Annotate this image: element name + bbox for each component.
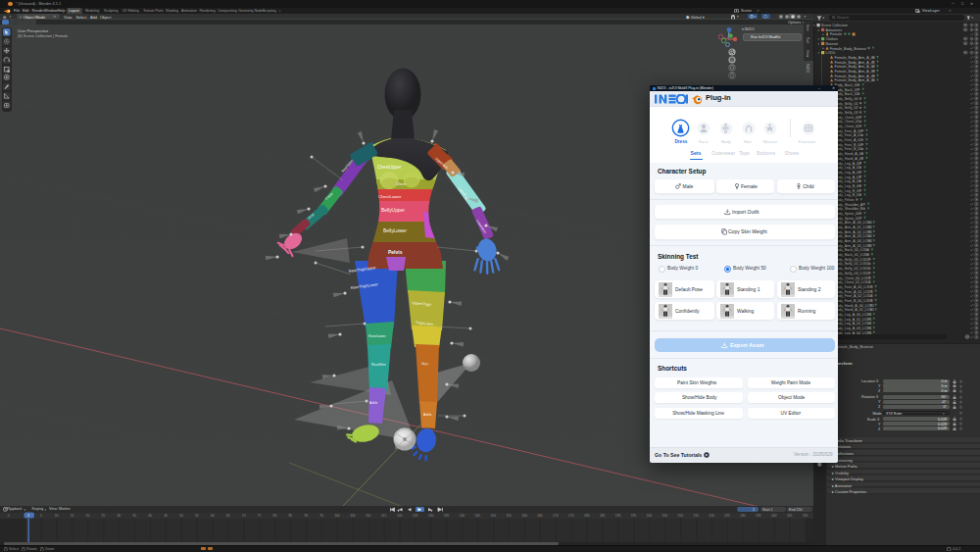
svg-text:65: 65 <box>226 514 230 518</box>
svg-text:Body_Arm_A_05_LOD1: Body_Arm_A_05_LOD1 <box>835 244 873 248</box>
svg-text:Body_Arm_A_04_LOD1: Body_Arm_A_04_LOD1 <box>835 239 873 243</box>
svg-text:Body_Arm_A_01_LOD1: Body_Arm_A_01_LOD1 <box>835 226 873 229</box>
svg-text:Body_Spine_00: Body_Spine_00 <box>835 212 859 216</box>
svg-text:Body_Arm_A_02_LOD1: Body_Arm_A_02_LOD1 <box>835 229 873 233</box>
svg-text:Female_Body_Arm_A_04: Female_Body_Arm_A_04 <box>835 74 875 77</box>
svg-text:Body_Feet_A_01_LOD1: Body_Feet_A_01_LOD1 <box>835 289 873 293</box>
svg-text:Body_Feet_B_01: Body_Feet_B_01 <box>835 147 862 151</box>
svg-text:Body_Back_02: Body_Back_02 <box>835 92 858 96</box>
svg-text:Body_Shoulder_B: Body_Shoulder_B <box>835 207 864 211</box>
svg-text:Body_Leg_A_00_LOD1: Body_Leg_A_00_LOD1 <box>835 313 872 317</box>
svg-text:55: 55 <box>195 514 199 518</box>
svg-text:105: 105 <box>350 514 356 518</box>
svg-text:▾: ▾ <box>813 24 815 27</box>
svg-text:▾: ▾ <box>818 42 820 46</box>
svg-text:Ankle: Ankle <box>423 413 431 417</box>
svg-text:155: 155 <box>506 514 512 518</box>
svg-text:45: 45 <box>164 514 168 518</box>
svg-text:Body_Belly_03: Body_Belly_03 <box>835 111 858 115</box>
svg-text:ChestUpper: ChestUpper <box>377 165 402 170</box>
svg-text:125: 125 <box>413 514 418 518</box>
svg-text:40: 40 <box>148 514 152 518</box>
svg-text:Female_Body_Arm_A_01: Female_Body_Arm_A_01 <box>835 60 875 64</box>
svg-text:120: 120 <box>397 514 403 518</box>
svg-text:230: 230 <box>740 514 746 518</box>
svg-text:180: 180 <box>584 514 590 518</box>
svg-text:Body_Belly_00_LOD1: Body_Belly_00_LOD1 <box>835 258 869 262</box>
svg-text:50: 50 <box>179 514 183 518</box>
svg-text:Body_Feet_B_00: Body_Feet_B_00 <box>835 143 862 147</box>
svg-text:Body_Hand_A_00: Body_Hand_A_00 <box>835 152 863 156</box>
svg-text:Body_Leg_A_00: Body_Leg_A_00 <box>835 161 861 165</box>
svg-text:Body_Belly_00: Body_Belly_00 <box>835 97 858 101</box>
svg-text:115: 115 <box>381 514 386 518</box>
svg-text:85: 85 <box>289 514 293 518</box>
svg-text:Body_Leg_B_02: Body_Leg_B_02 <box>835 193 861 197</box>
svg-text:130: 130 <box>428 514 434 518</box>
svg-text:90: 90 <box>305 514 309 518</box>
svg-text:Armatures: Armatures <box>826 28 843 32</box>
svg-text:Body_Leg_A_02: Body_Leg_A_02 <box>835 171 861 175</box>
svg-text:Body_Feet_A_01: Body_Feet_A_01 <box>835 133 862 137</box>
svg-text:220: 220 <box>709 514 714 518</box>
svg-text:ChestLower: ChestLower <box>378 194 402 199</box>
svg-text:10: 10 <box>55 514 59 518</box>
svg-text:160: 160 <box>521 514 527 518</box>
svg-text:▾: ▾ <box>818 51 820 55</box>
svg-text:240: 240 <box>771 514 777 518</box>
svg-text:Body_Hand_A_00_LOD1: Body_Hand_A_00_LOD1 <box>835 303 875 307</box>
svg-text:Body_Belly_02: Body_Belly_02 <box>835 106 858 110</box>
svg-text:Body_Back_01_LOD1: Body_Back_01_LOD1 <box>835 253 870 257</box>
svg-text:Body_Back_00: Body_Back_00 <box>835 83 858 87</box>
svg-text:Shin: Shin <box>421 362 428 366</box>
svg-text:LOD0: LOD0 <box>826 51 835 55</box>
svg-text:Body_Feet_A_00_LOD1: Body_Feet_A_00_LOD1 <box>835 285 873 289</box>
svg-text:170: 170 <box>553 514 559 518</box>
svg-text:165: 165 <box>537 514 543 518</box>
svg-text:Female_Body_Arm_A_02: Female_Body_Arm_A_02 <box>835 65 875 69</box>
svg-text:225: 225 <box>724 514 730 518</box>
svg-text:Body_Feet_A_00: Body_Feet_A_00 <box>835 129 862 133</box>
svg-text:250: 250 <box>803 514 808 518</box>
svg-text:Body_Shoulder_A: Body_Shoulder_A <box>835 202 864 206</box>
svg-text:▾: ▾ <box>818 27 820 31</box>
svg-text:Pelvis: Pelvis <box>388 249 403 255</box>
svg-text:Body_Feet_B_00_LOD1: Body_Feet_B_00_LOD1 <box>835 299 873 303</box>
svg-text:Body_Chest_00_LOD1: Body_Chest_00_LOD1 <box>835 276 871 279</box>
svg-text:60: 60 <box>211 514 215 518</box>
svg-text:Female_Body_Arm_A_05: Female_Body_Arm_A_05 <box>835 78 875 82</box>
svg-text:75: 75 <box>258 514 262 518</box>
svg-text:Body_Leg_A_01_LOD1: Body_Leg_A_01_LOD1 <box>835 317 872 321</box>
svg-text:95: 95 <box>319 514 323 518</box>
svg-text:235: 235 <box>756 514 761 518</box>
svg-text:Body_Hand_A_01_LOD1: Body_Hand_A_01_LOD1 <box>835 308 875 312</box>
svg-text:Scene Collection: Scene Collection <box>821 24 848 27</box>
svg-text:Chest: Chest <box>396 182 407 186</box>
svg-text:▸: ▸ <box>822 46 824 50</box>
svg-text:150: 150 <box>491 514 497 518</box>
svg-text:Body_Arm_A_03_LOD1: Body_Arm_A_03_LOD1 <box>835 234 873 238</box>
svg-text:70: 70 <box>242 514 246 518</box>
svg-text:140: 140 <box>460 514 466 518</box>
svg-text:KneeLower: KneeLower <box>368 334 387 338</box>
svg-text:185: 185 <box>600 514 606 518</box>
svg-text:215: 215 <box>693 514 699 518</box>
svg-text:80: 80 <box>273 514 277 518</box>
svg-text:▸: ▸ <box>822 32 824 36</box>
svg-text:Body_Leg_B_01: Body_Leg_B_01 <box>835 188 861 192</box>
svg-text:Body_Chest_01_LOD1: Body_Chest_01_LOD1 <box>835 280 871 284</box>
svg-text:Female: Female <box>830 32 842 36</box>
svg-text:100: 100 <box>334 514 340 518</box>
svg-text:30: 30 <box>117 514 121 518</box>
svg-text:BellyLower: BellyLower <box>383 228 407 233</box>
svg-text:110: 110 <box>366 514 370 518</box>
svg-text:Body_Leg_A_04: Body_Leg_A_04 <box>835 179 861 183</box>
svg-text:15: 15 <box>71 514 74 518</box>
svg-text:-5: -5 <box>7 514 10 518</box>
svg-text:35: 35 <box>132 514 136 518</box>
svg-text:Body_Leg_B_00: Body_Leg_B_00 <box>835 184 861 188</box>
svg-text:BellyUpper: BellyUpper <box>381 208 405 213</box>
svg-text:Body_Back_01: Body_Back_01 <box>835 87 858 91</box>
svg-text:190: 190 <box>615 514 621 518</box>
svg-text:195: 195 <box>631 514 637 518</box>
